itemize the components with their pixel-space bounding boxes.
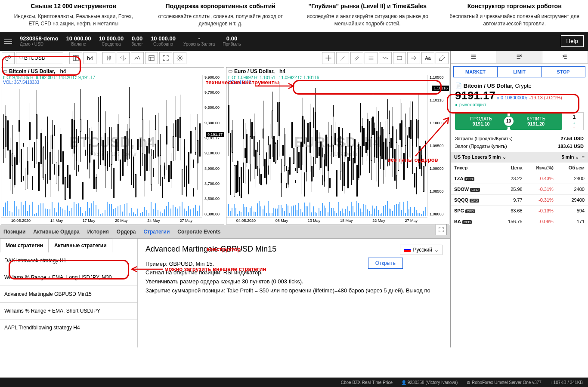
feature-desc: отслеживайте сплиты, слияния, получайте …	[156, 13, 286, 28]
instrument-price: 9191.17	[455, 89, 495, 102]
strategy-item[interactable]: Williams % Range + EMA. Long USDJPY, M30	[0, 269, 137, 286]
profit-value: 0.00	[226, 35, 237, 42]
subtab-active-strategies[interactable]: Активные стратегии	[49, 239, 112, 252]
spread-value: 10	[503, 116, 514, 127]
help-button[interactable]: Help	[561, 35, 584, 47]
svg-point-4	[179, 57, 181, 59]
qty-plus[interactable]: +	[565, 121, 583, 126]
order-type-market[interactable]: MARKET	[454, 67, 498, 77]
fullscreen-icon[interactable]	[436, 224, 447, 235]
order-type-stop[interactable]: STOP	[542, 67, 585, 77]
subtab-my-strategies[interactable]: Мои стратегии	[0, 239, 49, 252]
sell-button[interactable]: ПРОДАТЬ9191.10	[455, 113, 508, 130]
instrument-name: 📄 Bitcoin / US Dollar, Crypto	[455, 83, 584, 89]
symbol-input[interactable]	[24, 55, 59, 61]
tab-positions[interactable]: Позиции	[3, 229, 25, 235]
user-label: 👤 9230358 (Victory Ivanova)	[401, 380, 458, 385]
buy-button[interactable]: КУПИТЬ9191.20	[510, 113, 563, 130]
crosshair-icon[interactable]	[322, 52, 335, 64]
order-type-limit[interactable]: LIMIT	[498, 67, 542, 77]
quantity-stepper[interactable]: +−	[565, 112, 584, 130]
timeframe-button[interactable]: h4	[84, 52, 96, 64]
charts-area: ▭Bitcoin / US Dollar, h4 I: O: 9,151.85 …	[0, 66, 450, 225]
margin-value: 0.00	[132, 35, 142, 42]
order-panel: MARKET LIMIT STOP 📄 Bitcoin / US Dollar,…	[450, 51, 588, 347]
feature-title: Свыше 12 000 инструментов	[9, 3, 139, 9]
loser-row[interactable]: SDOWCFD25.98-0.31%2400	[451, 184, 588, 194]
svg-rect-3	[149, 55, 154, 61]
brush-icon[interactable]	[436, 52, 449, 64]
svg-rect-1	[73, 55, 75, 61]
templates-icon[interactable]	[145, 52, 158, 64]
free-value: 10 000.00	[151, 35, 176, 42]
loser-row[interactable]: SQQQCFD9.77-0.31%29400	[451, 194, 588, 205]
svg-point-0	[20, 56, 23, 59]
strategy-item[interactable]: Williams % Range + EMA. Short USDJPY	[0, 303, 137, 319]
wave-icon[interactable]	[379, 52, 392, 64]
trendline-icon[interactable]	[336, 52, 349, 64]
qty-minus[interactable]: −	[565, 126, 583, 130]
loser-row[interactable]: TZACFD23.22-0.43%2400	[451, 173, 588, 184]
tab-history[interactable]: История	[87, 229, 109, 235]
arrow-icon[interactable]	[407, 52, 420, 64]
menu-icon[interactable]	[4, 39, 12, 44]
balance-value: 10 000.00	[66, 35, 91, 42]
feature-title: Поддержка корпоративных событий	[156, 3, 286, 9]
strategy-area: Мои стратегии Активные стратегии DAX int…	[0, 238, 450, 347]
side-tab-depth-icon[interactable]	[542, 51, 588, 63]
compare-icon[interactable]	[117, 52, 130, 64]
channel-icon[interactable]	[350, 52, 363, 64]
topbar: 9230358-demo Демо • USD 10 000.00Баланс …	[0, 32, 588, 51]
strategy-item[interactable]: Advanced Martingale GBPUSD Min15	[0, 286, 137, 303]
bottom-tabs: Позиции Активные Ордера История Ордера С…	[0, 225, 450, 238]
losers-header[interactable]: US Top Losers 5 min ⌄5 min ⌄ ≡	[451, 152, 588, 163]
strategy-item[interactable]: DAX intraweek strategy H1	[0, 252, 137, 269]
svg-rect-5	[397, 56, 402, 60]
tab-orders[interactable]: Ордера	[117, 229, 136, 235]
chart-btcusd[interactable]: ▭Bitcoin / US Dollar, h4 I: O: 9,151.85 …	[1, 67, 224, 224]
language-selector[interactable]: Русский ⌄	[400, 245, 443, 255]
equity-value: 10 000.00	[99, 35, 124, 42]
feature-desc: исследуйте и анализируйте ситуацию на ры…	[303, 13, 433, 28]
level-value: -	[198, 35, 200, 42]
svg-rect-2	[76, 55, 78, 61]
network-label: ↑ 107KB / 341KB	[550, 380, 583, 385]
loser-row[interactable]: SPGCFD63.68-0.13%594	[451, 205, 588, 216]
account-selector[interactable]: 9230358-demo Демо • USD	[20, 35, 59, 47]
fullscreen-icon[interactable]	[159, 52, 172, 64]
tab-strategies[interactable]: Стратегии	[143, 229, 170, 235]
server-label: 🖥 RoboForex Umstel Server One v377	[466, 380, 542, 385]
indicators-icon[interactable]	[131, 52, 144, 64]
loser-row[interactable]: BACFD156.75-0.06%171	[451, 216, 588, 227]
statusbar: Cboe BZX Real-Time Price 👤 9230358 (Vict…	[0, 378, 588, 387]
strategy-title: Advanced Martingale GBPUSD Min15	[145, 245, 443, 254]
market-status: рынок открыт	[455, 102, 584, 107]
horizontal-lines-icon[interactable]	[365, 52, 378, 64]
rectangle-icon[interactable]	[393, 52, 406, 64]
strategy-item[interactable]: AAPL Trendfollowing strategy H4	[0, 319, 137, 336]
symbol-search[interactable]	[16, 52, 63, 64]
side-tab-list-icon[interactable]	[451, 51, 496, 63]
feed-label: Cboe BZX Real-Time Price	[341, 380, 393, 385]
tab-corporate-events[interactable]: Corporate Events	[177, 229, 220, 235]
open-button[interactable]: Открыть	[368, 258, 403, 269]
settings-icon[interactable]	[173, 52, 186, 64]
candles-icon[interactable]	[102, 52, 115, 64]
feature-desc: Индексы, Криптовалюты, Реальные акции, F…	[9, 13, 139, 28]
feature-desc: бесплатный и чрезвычайно полезный инстру…	[450, 13, 580, 28]
feature-title: "Глубина" рынка (Level II) и Time&Sales	[303, 3, 433, 9]
side-tab-order-icon[interactable]	[496, 51, 542, 63]
tab-active-orders[interactable]: Активные Ордера	[33, 229, 79, 235]
link-icon[interactable]	[2, 52, 15, 64]
feature-title: Конструктор торговых роботов	[450, 3, 580, 9]
text-icon[interactable]: Aa	[421, 52, 434, 64]
chart-toolbar: h4 Aa	[0, 51, 450, 66]
layout-icon[interactable]	[69, 52, 82, 64]
